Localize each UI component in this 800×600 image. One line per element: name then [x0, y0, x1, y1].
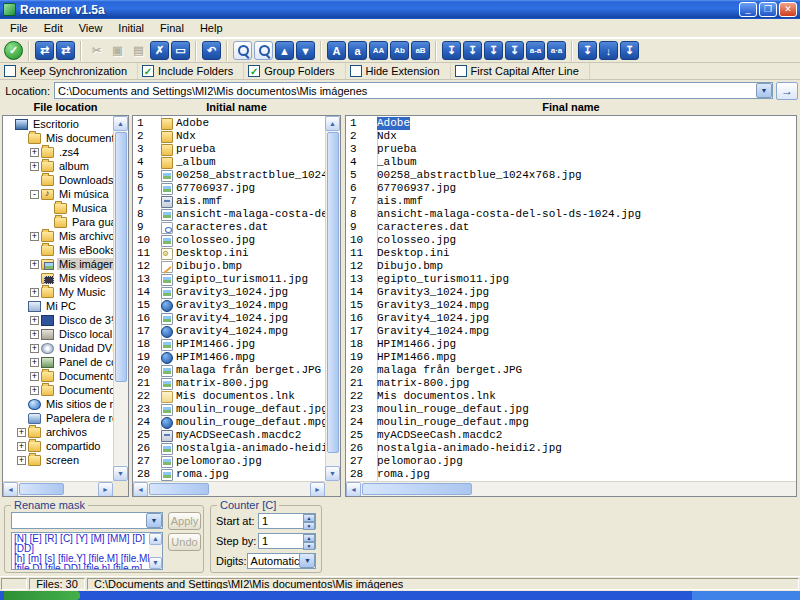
- tree-item-album[interactable]: +album: [4, 159, 113, 173]
- initial-row[interactable]: 13egipto_turismo11.jpg: [133, 273, 325, 286]
- initial-vertical-scrollbar[interactable]: ▲ ▼: [325, 116, 340, 481]
- tree-expander-icon[interactable]: +: [17, 456, 26, 465]
- space-to-dash-icon[interactable]: a-a: [526, 41, 545, 60]
- final-row[interactable]: 20malaga från berget.JPG: [346, 364, 796, 377]
- start-at-value[interactable]: 1: [262, 515, 268, 527]
- scrollbar-thumb[interactable]: [19, 483, 64, 495]
- tree-item-panel-de-control[interactable]: +Panel de control: [4, 355, 113, 369]
- final-row[interactable]: 8ansicht-malaga-costa-del-sol-ds-1024.jp…: [346, 208, 796, 221]
- scrollbar-thumb[interactable]: [115, 132, 127, 382]
- initial-row[interactable]: 18HPIM1466.jpg: [133, 338, 325, 351]
- step-by-spinner[interactable]: ▲▼: [303, 534, 315, 548]
- scrollbar-thumb[interactable]: [327, 132, 339, 453]
- scroll-up-icon[interactable]: ▲: [325, 116, 340, 131]
- option-first-capital-after-line[interactable]: First Capital After Line: [451, 63, 590, 79]
- tree-item-papelera-de-reciclaje[interactable]: Papelera de reciclaje: [4, 411, 113, 425]
- final-row[interactable]: 19HPIM1466.mpg: [346, 351, 796, 364]
- undo-icon[interactable]: ↶: [202, 41, 221, 60]
- initial-row[interactable]: 667706937.jpg: [133, 182, 325, 195]
- undo-button[interactable]: Undo: [168, 533, 201, 551]
- option-group-folders[interactable]: ✓Group Folders: [244, 63, 345, 79]
- initial-row[interactable]: 14Gravity3_1024.jpg: [133, 286, 325, 299]
- mask-dropdown-icon[interactable]: ▼: [146, 513, 162, 528]
- initial-row[interactable]: 3prueba: [133, 143, 325, 156]
- initial-row[interactable]: 26nostalgia-animado-heidi2.jpg: [133, 442, 325, 455]
- uppercase-all-icon[interactable]: AA: [369, 41, 388, 60]
- final-row[interactable]: 21matrix-800.jpg: [346, 377, 796, 390]
- start-button-edge[interactable]: [4, 591, 80, 600]
- tree-item-mi-pc[interactable]: Mi PC: [4, 299, 113, 313]
- initial-row[interactable]: 17Gravity4_1024.mpg: [133, 325, 325, 338]
- final-row[interactable]: 14Gravity3_1024.jpg: [346, 286, 796, 299]
- location-value[interactable]: C:\Documents and Settings\MI2\Mis docume…: [55, 85, 756, 97]
- tree-item-mis-archivos-recibidos[interactable]: +Mis archivos recibidos: [4, 229, 113, 243]
- initial-row[interactable]: 16Gravity4_1024.jpg: [133, 312, 325, 325]
- tree-item-unidad-dvd-d[interactable]: +Unidad DVD (D:): [4, 341, 113, 355]
- initial-row[interactable]: 15Gravity3_1024.mpg: [133, 299, 325, 312]
- start-at-field[interactable]: 1 ▲▼: [258, 513, 316, 529]
- tree-item-my-music[interactable]: +My Music: [4, 285, 113, 299]
- final-row[interactable]: 28roma.jpg: [346, 468, 796, 481]
- tree-item-documentos-compartidos[interactable]: +Documentos compartidos: [4, 369, 113, 383]
- initial-row[interactable]: 11Desktop.ini: [133, 247, 325, 260]
- tree-item-downloads[interactable]: Downloads: [4, 173, 113, 187]
- location-dropdown-icon[interactable]: ▼: [756, 83, 772, 98]
- final-row[interactable]: 18HPIM1466.jpg: [346, 338, 796, 351]
- final-row[interactable]: 27pelomorao.jpg: [346, 455, 796, 468]
- initial-row[interactable]: 2Ndx: [133, 130, 325, 143]
- uppercase-first-icon[interactable]: A: [327, 41, 346, 60]
- final-row[interactable]: 11Desktop.ini: [346, 247, 796, 260]
- tree-expander-icon[interactable]: +: [30, 330, 39, 339]
- tree-horizontal-scrollbar[interactable]: ◄ ►: [3, 481, 113, 496]
- tree-expander-icon[interactable]: +: [30, 148, 39, 157]
- final-row[interactable]: 4_album: [346, 156, 796, 169]
- digits-value[interactable]: Automatic: [251, 555, 300, 567]
- initial-row[interactable]: 7ais.mmf: [133, 195, 325, 208]
- final-horizontal-scrollbar[interactable]: ◄: [346, 481, 796, 496]
- sync-initial-icon[interactable]: ⇄: [35, 41, 54, 60]
- digits-dropdown-icon[interactable]: ▼: [299, 553, 315, 568]
- tree-item-mis-v-deos[interactable]: Mis vídeos: [4, 271, 113, 285]
- tree-expander-icon[interactable]: +: [30, 386, 39, 395]
- tree-item-screen[interactable]: +screen: [4, 453, 113, 467]
- scroll-down-icon[interactable]: ▼: [113, 466, 128, 481]
- mask-tokens-list[interactable]: [N] [E] [R] [C] [Y] [M] [MM] [D] [DD][h]…: [11, 532, 163, 570]
- digits-dropdown[interactable]: Automatic ▼: [247, 553, 317, 569]
- final-row[interactable]: 15Gravity3_1024.mpg: [346, 299, 796, 312]
- final-row[interactable]: 23moulin_rouge_defaut.jpg: [346, 403, 796, 416]
- initial-row[interactable]: 1Adobe: [133, 117, 325, 130]
- tree-expander-icon[interactable]: +: [30, 288, 39, 297]
- final-row[interactable]: 26nostalgia-animado-heidi2.jpg: [346, 442, 796, 455]
- initial-row[interactable]: 27pelomorao.jpg: [133, 455, 325, 468]
- tree-expander-icon[interactable]: +: [30, 344, 39, 353]
- final-row[interactable]: 2Ndx: [346, 130, 796, 143]
- scroll-up-icon[interactable]: ▲: [149, 533, 162, 545]
- tree-item-mis-sitios-de-red[interactable]: Mis sitios de red: [4, 397, 113, 411]
- final-row[interactable]: 3prueba: [346, 143, 796, 156]
- trim-start-icon[interactable]: ↧: [442, 41, 461, 60]
- initial-row[interactable]: 10colosseo.jpg: [133, 234, 325, 247]
- final-row[interactable]: 16Gravity4_1024.jpg: [346, 312, 796, 325]
- location-combobox[interactable]: C:\Documents and Settings\MI2\Mis docume…: [54, 82, 773, 99]
- insert-end-icon[interactable]: ↧: [620, 41, 639, 60]
- rename-mask-combobox[interactable]: ▼: [11, 512, 163, 529]
- final-row[interactable]: 667706937.jpg: [346, 182, 796, 195]
- menu-edit[interactable]: Edit: [36, 20, 71, 36]
- tree-expander-icon[interactable]: +: [30, 232, 39, 241]
- sync-final-icon[interactable]: ⇄: [56, 41, 75, 60]
- apply-button[interactable]: Apply: [168, 512, 201, 530]
- menu-help[interactable]: Help: [192, 20, 231, 36]
- initial-row[interactable]: 12Dibujo.bmp: [133, 260, 325, 273]
- option-include-folders[interactable]: ✓Include Folders: [138, 63, 244, 79]
- scroll-right-icon[interactable]: ►: [98, 482, 113, 497]
- tree-item-musica[interactable]: Musica: [4, 201, 113, 215]
- tree-expander-icon[interactable]: +: [30, 316, 39, 325]
- initial-row[interactable]: 28roma.jpg: [133, 468, 325, 481]
- menu-file[interactable]: File: [2, 20, 36, 36]
- tree-item-escritorio[interactable]: Escritorio: [4, 117, 113, 131]
- final-row[interactable]: 7ais.mmf: [346, 195, 796, 208]
- scrollbar-thumb[interactable]: [149, 483, 209, 495]
- final-row[interactable]: 17Gravity4_1024.mpg: [346, 325, 796, 338]
- tree-item-documentos-de-mi2[interactable]: +Documentos de MI2: [4, 383, 113, 397]
- trim-all-icon[interactable]: ↧: [505, 41, 524, 60]
